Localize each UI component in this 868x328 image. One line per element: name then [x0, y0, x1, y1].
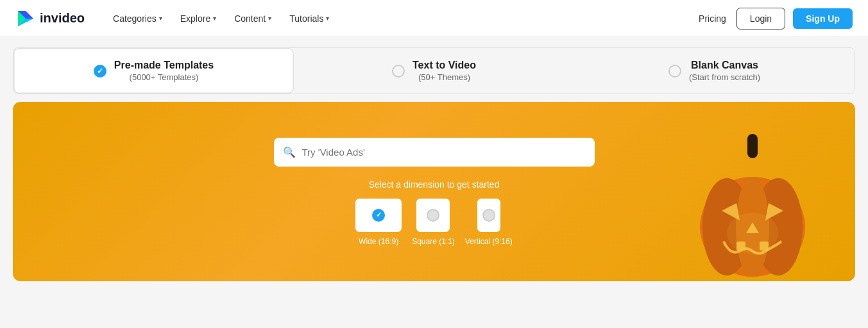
- pricing-link[interactable]: Pricing: [696, 8, 729, 29]
- tab-bar: Pre-made Templates (5000+ Templates) Tex…: [13, 47, 855, 94]
- dimension-vertical[interactable]: Vertical (9:16): [465, 199, 513, 246]
- nav-explore-label: Explore: [180, 13, 210, 24]
- pumpkin-decoration: [688, 134, 817, 281]
- tab-blank-title: Blank Canvas: [689, 60, 760, 71]
- search-input[interactable]: [274, 138, 595, 167]
- dimension-label: Select a dimension to get started: [369, 179, 500, 190]
- chevron-down-icon: ▾: [213, 15, 216, 22]
- tab-blank-subtitle: (Start from scratch): [689, 72, 760, 82]
- svg-rect-3: [747, 134, 758, 158]
- dim-vertical-label: Vertical (9:16): [465, 237, 513, 246]
- chevron-down-icon: ▾: [326, 15, 329, 22]
- nav-links: Categories ▾ Explore ▾ Content ▾ Tutoria…: [105, 8, 696, 29]
- tab-blank-text: Blank Canvas (Start from scratch): [689, 60, 760, 82]
- tab-premade-subtitle: (5000+ Templates): [114, 72, 214, 82]
- svg-point-13: [727, 213, 778, 254]
- tab-premade[interactable]: Pre-made Templates (5000+ Templates): [13, 48, 294, 94]
- main-banner: 🔍 Select a dimension to get started Wide…: [13, 102, 855, 281]
- nav-content-label: Content: [234, 13, 266, 24]
- nav-tutorials-label: Tutorials: [289, 13, 323, 24]
- search-icon: 🔍: [283, 146, 296, 158]
- nav-categories[interactable]: Categories ▾: [105, 8, 170, 29]
- tab-blank-radio: [668, 65, 681, 78]
- logo-icon: [15, 8, 36, 29]
- nav-content[interactable]: Content ▾: [226, 8, 279, 29]
- logo[interactable]: invideo: [15, 8, 85, 29]
- tab-premade-title: Pre-made Templates: [114, 60, 214, 71]
- tab-text2video-radio: [392, 65, 405, 78]
- dim-wide-label: Wide (16:9): [359, 237, 398, 246]
- dimension-wide[interactable]: Wide (16:9): [355, 199, 402, 246]
- dim-square-label: Square (1:1): [412, 237, 455, 246]
- logo-text: invideo: [40, 11, 85, 26]
- navbar: invideo Categories ▾ Explore ▾ Content ▾…: [0, 0, 868, 37]
- tab-premade-radio: [94, 65, 106, 78]
- dim-vertical-radio: [482, 209, 495, 222]
- nav-explore[interactable]: Explore ▾: [173, 8, 224, 29]
- search-container: 🔍: [274, 138, 595, 167]
- tab-premade-text: Pre-made Templates (5000+ Templates): [114, 60, 214, 82]
- signup-button[interactable]: Sign Up: [793, 8, 853, 29]
- dimension-square[interactable]: Square (1:1): [412, 199, 455, 246]
- tab-text2video-text: Text to Video (50+ Themes): [413, 60, 476, 82]
- tab-text2video-title: Text to Video: [413, 60, 476, 71]
- tab-text2video[interactable]: Text to Video (50+ Themes): [294, 48, 574, 94]
- nav-right: Pricing Login Sign Up: [696, 8, 853, 29]
- dimension-options: Wide (16:9) Square (1:1) Vertical (9:16): [355, 199, 513, 246]
- tab-blank[interactable]: Blank Canvas (Start from scratch): [574, 48, 855, 94]
- chevron-down-icon: ▾: [268, 15, 271, 22]
- dim-wide-radio: [372, 209, 385, 222]
- dim-vertical-box: [477, 199, 500, 232]
- dim-square-box: [416, 199, 450, 232]
- dim-wide-box: [355, 199, 402, 232]
- nav-categories-label: Categories: [113, 13, 157, 24]
- tab-text2video-subtitle: (50+ Themes): [413, 72, 476, 82]
- chevron-down-icon: ▾: [159, 15, 162, 22]
- dim-square-radio: [427, 209, 439, 222]
- login-button[interactable]: Login: [736, 8, 785, 29]
- nav-tutorials[interactable]: Tutorials ▾: [282, 8, 337, 29]
